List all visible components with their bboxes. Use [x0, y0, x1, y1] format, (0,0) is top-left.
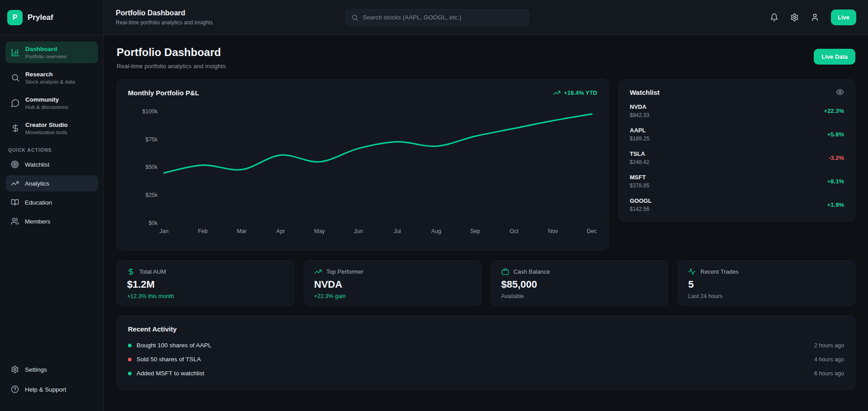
- ticker-change: +8.1%: [827, 178, 844, 185]
- users-icon: [11, 217, 19, 225]
- search-icon: [351, 14, 359, 21]
- stat-subtext: +22.3% gain: [314, 293, 471, 299]
- ytd-value: +18.4% YTD: [564, 89, 597, 96]
- live-button[interactable]: Live: [831, 9, 856, 25]
- status-dot: [128, 344, 132, 347]
- sidebar-item-education[interactable]: Education: [5, 194, 98, 210]
- footer-label: Settings: [25, 366, 47, 373]
- activity-time: 2 hours ago: [814, 342, 844, 349]
- sidebar-item-settings[interactable]: Settings: [5, 361, 98, 378]
- sidebar-item-members[interactable]: Members: [5, 213, 98, 229]
- gear-icon[interactable]: [790, 13, 799, 22]
- live-data-badge[interactable]: Live Data: [814, 49, 855, 65]
- ticker-price: $248.42: [630, 159, 649, 165]
- search-icon: [11, 73, 20, 82]
- activity-text: Bought 100 shares of AAPL: [137, 342, 212, 349]
- watchlist-row[interactable]: AAPL $189.25 +5.8%: [630, 122, 844, 146]
- sidebar-item-watchlist[interactable]: Watchlist: [5, 156, 98, 173]
- eye-icon[interactable]: [836, 88, 844, 96]
- search-input[interactable]: [363, 14, 523, 21]
- stat-card-cash-balance: Cash Balance $85,000 Available: [491, 260, 669, 306]
- brand-name: Pryleaf: [28, 13, 53, 22]
- watchlist-row[interactable]: NVDA $842.33 +22.3%: [630, 99, 844, 122]
- status-dot: [128, 358, 132, 361]
- nav-sublabel: Stock analysis & data: [25, 79, 75, 84]
- sidebar-footer: Settings Help & Support: [0, 357, 104, 411]
- activity-text: Sold 50 shares of TSLA: [137, 356, 201, 363]
- ticker-symbol: NVDA: [630, 103, 649, 110]
- stat-subtext: Available: [501, 293, 658, 299]
- svg-text:May: May: [314, 228, 325, 234]
- sidebar-item-community[interactable]: Community Hub & discussions: [5, 92, 98, 114]
- ticker-change: +5.8%: [827, 131, 844, 138]
- bell-icon[interactable]: [770, 13, 778, 22]
- svg-text:Nov: Nov: [548, 228, 558, 234]
- quick-actions-label: QUICK ACTIONS: [0, 143, 104, 156]
- quick-actions-nav: Watchlist Analytics Education Members: [0, 156, 104, 232]
- stat-label: Total AUM: [139, 268, 166, 275]
- page-title: Portfolio Dashboard: [117, 46, 226, 59]
- main-content: Portfolio Dashboard Real-time portfolio …: [104, 35, 868, 411]
- chart-title: Monthly Portfolio P&L: [128, 89, 199, 97]
- watchlist-row[interactable]: MSFT $378.85 +8.1%: [630, 169, 844, 193]
- activity-icon: [688, 268, 696, 276]
- topbar-actions: Live: [770, 9, 856, 25]
- topbar-subtitle: Real-time portfolio analytics and insigh…: [116, 19, 310, 26]
- pnl-line-chart: $0k$25k$50k$75k$100kJanFebMarAprMayJunJu…: [128, 102, 597, 238]
- activity-title: Recent Activity: [128, 325, 844, 333]
- bar-chart-icon: [11, 48, 20, 57]
- ticker-change: +1.9%: [827, 201, 844, 208]
- sidebar-item-analytics[interactable]: Analytics: [5, 175, 98, 191]
- watchlist-row[interactable]: TSLA $248.42 -3.2%: [630, 146, 844, 169]
- watchlist-title: Watchlist: [630, 89, 660, 96]
- ytd-badge: +18.4% YTD: [553, 89, 597, 97]
- stat-subtext: Last 24 hours: [688, 293, 845, 299]
- svg-text:$50k: $50k: [146, 164, 158, 171]
- sidebar-item-dashboard[interactable]: Dashboard Portfolio overview: [5, 42, 98, 63]
- sidebar-item-creator-studio[interactable]: Creator Studio Monetization tools: [5, 117, 98, 139]
- sidebar-item-research[interactable]: Research Stock analysis & data: [5, 67, 98, 89]
- stat-label: Cash Balance: [514, 268, 550, 275]
- stat-label: Recent Trades: [700, 268, 739, 275]
- chat-bubble-icon: [11, 98, 20, 107]
- svg-text:Aug: Aug: [431, 228, 441, 234]
- dollar-icon: [11, 124, 20, 133]
- ticker-symbol: AAPL: [630, 127, 649, 134]
- nav-sublabel: Hub & discussions: [25, 104, 68, 110]
- recent-activity-card: Recent Activity Bought 100 shares of AAP…: [117, 316, 855, 390]
- user-icon[interactable]: [811, 13, 819, 22]
- svg-text:Mar: Mar: [237, 228, 246, 234]
- sidebar: P Pryleaf Dashboard Portfolio overview R…: [0, 0, 104, 411]
- activity-row: Added MSFT to watchlist 6 hours ago: [128, 366, 844, 380]
- watchlist-row[interactable]: GOOGL $142.56 +1.9%: [630, 193, 844, 216]
- status-dot: [128, 372, 132, 375]
- stat-subtext: +12.3% this month: [127, 293, 284, 299]
- activity-row: Sold 50 shares of TSLA 4 hours ago: [128, 352, 844, 366]
- nav-label: Research: [25, 71, 75, 78]
- svg-text:$25k: $25k: [146, 192, 158, 198]
- stat-value: NVDA: [314, 279, 471, 290]
- watchlist-card: Watchlist NVDA $842.33 +22.3%: [618, 79, 855, 221]
- sidebar-item-help-support[interactable]: Help & Support: [5, 381, 98, 397]
- ticker-change: -3.2%: [829, 154, 844, 161]
- footer-label: Help & Support: [25, 386, 66, 393]
- dollar-icon: [127, 268, 135, 276]
- search-box[interactable]: [345, 9, 529, 26]
- activity-text: Added MSFT to watchlist: [137, 370, 204, 377]
- book-open-icon: [11, 198, 19, 206]
- svg-text:Sep: Sep: [470, 228, 480, 234]
- activity-row: Bought 100 shares of AAPL 2 hours ago: [128, 338, 844, 352]
- svg-text:Oct: Oct: [509, 228, 519, 234]
- quick-label: Analytics: [25, 180, 49, 187]
- nav-label: Creator Studio: [25, 121, 68, 128]
- nav-label: Dashboard: [25, 46, 66, 52]
- gear-icon: [11, 365, 19, 374]
- ticker-price: $378.85: [630, 182, 649, 189]
- svg-text:Apr: Apr: [276, 228, 285, 234]
- ticker-price: $142.56: [630, 206, 651, 212]
- ticker-symbol: GOOGL: [630, 197, 651, 204]
- ticker-symbol: MSFT: [630, 174, 649, 181]
- svg-text:Feb: Feb: [198, 228, 208, 234]
- nav-sublabel: Portfolio overview: [25, 54, 66, 59]
- nav-sublabel: Monetization tools: [25, 130, 68, 135]
